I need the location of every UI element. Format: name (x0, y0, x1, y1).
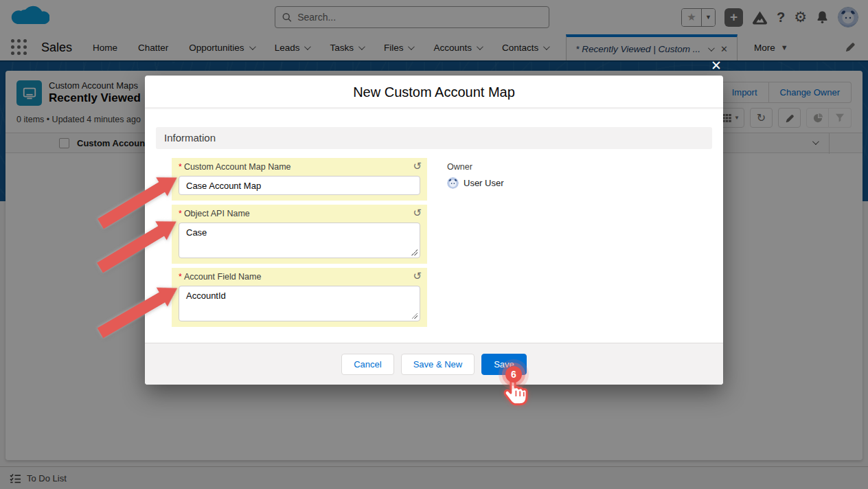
owner-avatar (447, 177, 459, 189)
undo-icon[interactable]: ↺ (413, 160, 422, 172)
custom-account-map-name-input[interactable] (179, 176, 420, 195)
new-custom-account-map-modal: ✕ New Custom Account Map Information *Cu… (145, 76, 723, 385)
field-label: Object API Name (184, 209, 250, 218)
owner-value[interactable]: User User (464, 178, 504, 188)
required-asterisk: * (179, 209, 182, 218)
resize-grip-icon[interactable] (411, 312, 418, 319)
owner-label: Owner (447, 162, 504, 172)
undo-icon[interactable]: ↺ (413, 207, 422, 219)
account-field-name-textarea[interactable]: AccountId (179, 286, 420, 321)
information-section-header: Information (156, 127, 712, 149)
modal-close-icon[interactable]: ✕ (711, 58, 722, 73)
save-and-new-button[interactable]: Save & New (401, 354, 475, 375)
field-account-field-name: *Account Field Name ↺ AccountId (172, 268, 427, 327)
modal-footer: Cancel Save & New Save (145, 343, 723, 385)
field-object-api-name: *Object API Name ↺ Case (172, 205, 427, 264)
cancel-button[interactable]: Cancel (341, 354, 393, 375)
object-api-name-textarea[interactable]: Case (179, 223, 420, 258)
required-asterisk: * (179, 272, 182, 282)
field-label: Custom Account Map Name (184, 162, 291, 172)
modal-title: New Custom Account Map (145, 76, 723, 109)
resize-grip-icon[interactable] (411, 249, 418, 255)
required-asterisk: * (179, 162, 182, 172)
step-number-badge: 6 (505, 366, 522, 383)
field-custom-account-map-name: *Custom Account Map Name ↺ (172, 158, 427, 201)
field-label: Account Field Name (184, 272, 262, 282)
undo-icon[interactable]: ↺ (413, 270, 422, 282)
